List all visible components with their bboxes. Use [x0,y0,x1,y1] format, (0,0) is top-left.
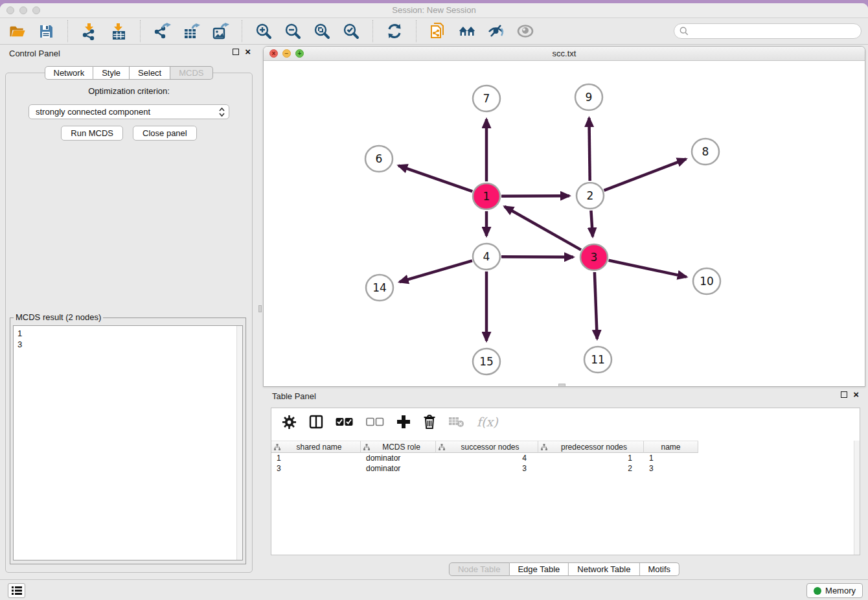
cell-shared-name[interactable]: 3 [271,463,361,474]
column-header-label: MCDS role [370,443,433,452]
column-header-name[interactable]: name [644,441,698,453]
tab-select[interactable]: Select [130,66,170,80]
network-close-button[interactable]: × [269,49,278,58]
criterion-select[interactable]: strongly connected component [29,104,229,119]
select-all-button[interactable] [336,413,354,430]
save-session-button[interactable] [37,22,55,40]
close-panel-icon[interactable]: × [853,391,859,398]
edge-4-3[interactable] [501,257,573,257]
export-image-button[interactable] [211,22,229,40]
horizontal-splitter-handle[interactable] [558,384,565,387]
export-network-button[interactable] [153,22,171,40]
cell-MCDS-role[interactable]: dominator [361,463,436,474]
edge-1-2[interactable] [501,196,569,196]
tab-edge-table[interactable]: Edge Table [509,562,569,576]
window-minimize-button[interactable] [19,6,27,14]
window-traffic-lights [6,6,40,14]
task-history-button[interactable] [8,583,25,598]
export-table-button[interactable] [182,22,200,40]
zoom-fit-icon [314,23,330,40]
toggle-details-eye-icon [487,23,505,40]
network-zoom-button[interactable]: + [295,49,304,58]
table-row[interactable]: 1dominator411 [271,453,854,463]
node-label-7: 7 [483,92,490,105]
column-header-predecessor-nodes[interactable]: predecessor nodes [538,441,644,453]
delete-column-button[interactable] [423,413,436,430]
tab-motifs[interactable]: Motifs [639,562,680,576]
search-input[interactable] [692,27,856,36]
memory-status-icon [814,587,821,595]
window-close-button[interactable] [6,6,14,14]
edge-2-8[interactable] [604,159,686,190]
tab-style[interactable]: Style [93,66,130,80]
zoom-out-button[interactable] [284,22,302,40]
cell-predecessor-nodes[interactable]: 1 [538,453,644,463]
cell-successor-nodes[interactable]: 4 [436,453,538,463]
save-disk-icon [38,23,54,39]
zoom-selected-icon [343,23,360,40]
plus-icon [396,415,411,429]
tab-network-table[interactable]: Network Table [569,562,639,576]
tab-network[interactable]: Network [44,66,93,80]
table-scrollbar[interactable] [854,441,860,555]
zoom-selected-button[interactable] [342,22,360,40]
edge-3-10[interactable] [608,260,686,277]
open-folder-icon [8,23,26,40]
close-panel-icon[interactable]: × [245,49,251,55]
status-bar: Memory [0,579,868,600]
close-panel-button[interactable]: Close panel [133,126,197,141]
deselect-all-button[interactable] [366,413,384,430]
table-panel-tabs: Node TableEdge TableNetwork TableMotifs [449,562,680,576]
result-scrollbar[interactable] [236,326,242,560]
float-panel-icon[interactable] [841,391,847,398]
refresh-network-button[interactable] [385,22,404,40]
table-settings-button[interactable] [282,413,297,430]
node-label-9: 9 [586,91,593,104]
window-zoom-button[interactable] [32,6,40,14]
edge-2-3[interactable] [591,211,593,237]
vertical-splitter-handle[interactable] [258,305,262,312]
edge-1-6[interactable] [398,166,472,192]
open-session-button[interactable] [8,22,26,40]
cell-predecessor-nodes[interactable]: 2 [538,463,644,474]
zoom-fit-button[interactable] [313,22,331,40]
edge-4-14[interactable] [400,260,472,282]
edge-3-11[interactable] [595,272,597,339]
create-column-button[interactable] [396,413,411,430]
cell-name[interactable]: 3 [644,463,698,474]
cell-shared-name[interactable]: 1 [271,453,361,463]
import-network-button[interactable] [80,22,98,40]
import-table-button[interactable] [109,22,128,40]
column-header-shared-name[interactable]: shared name [271,441,361,453]
network-graph[interactable]: 7968124314101511 [264,61,865,386]
edge-3-1[interactable] [505,207,581,250]
run-mcds-button[interactable]: Run MCDS [61,126,123,141]
preview-eye-button[interactable] [516,22,534,40]
app-window: Session: New Session [0,3,868,600]
column-header-MCDS-role[interactable]: MCDS role [361,441,436,453]
table-row[interactable]: 3dominator323 [271,463,854,474]
tab-node-table[interactable]: Node Table [449,562,510,576]
network-canvas[interactable]: 7968124314101511 [264,61,865,386]
network-overview-button[interactable] [458,22,476,40]
duplicate-network-button[interactable] [429,22,447,40]
table-panel-title: Table Panel [272,391,316,401]
search-icon [680,27,689,36]
zoom-in-button[interactable] [255,22,273,40]
search-field[interactable] [674,23,862,39]
network-minimize-button[interactable]: − [282,49,291,58]
tab-mcds[interactable]: MCDS [170,66,212,80]
edge-2-9[interactable] [589,118,589,181]
mcds-result-list[interactable]: 1 3 [13,325,243,560]
cell-successor-nodes[interactable]: 3 [436,463,538,474]
refresh-icon [386,23,403,40]
network-window-titlebar[interactable]: × − + scc.txt [264,47,865,61]
column-header-successor-nodes[interactable]: successor nodes [436,441,538,453]
cell-name[interactable]: 1 [644,453,698,463]
show-graphics-details-button[interactable] [487,22,505,40]
float-panel-icon[interactable] [233,49,239,55]
toggle-columns-panel-button[interactable] [309,413,323,430]
network-view-window: × − + scc.txt 7968124314101511 [263,46,865,387]
cell-MCDS-role[interactable]: dominator [361,453,436,463]
memory-button[interactable]: Memory [806,583,863,598]
